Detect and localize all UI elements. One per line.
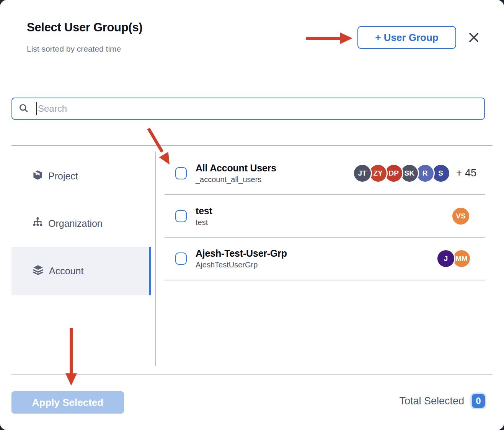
group-row-all-account-users[interactable]: All Account Users _account_all_users JT … xyxy=(165,152,485,195)
org-chart-icon xyxy=(32,217,43,230)
group-row-ajesh-test-user-grp[interactable]: Ajesh-Test-User-Grp AjeshTestUserGrp J M… xyxy=(165,238,485,280)
content-divider xyxy=(11,145,493,146)
sort-hint-text: List sorted by created time xyxy=(27,44,121,54)
group-checkbox[interactable] xyxy=(175,167,187,179)
group-name: Ajesh-Test-User-Grp xyxy=(196,248,287,259)
tab-account[interactable]: Account xyxy=(11,247,151,295)
footer-divider xyxy=(11,374,493,375)
avatar-stack: VS xyxy=(451,207,476,226)
avatar-stack: JT ZY DP SK R S + 45 xyxy=(353,164,476,183)
add-user-group-button[interactable]: + User Group xyxy=(357,26,456,49)
tab-account-label: Account xyxy=(49,265,83,277)
apply-selected-label: Apply Selected xyxy=(32,397,103,409)
total-selected-count-badge: 0 xyxy=(472,394,485,408)
total-selected-label: Total Selected xyxy=(399,395,464,407)
group-id: _account_all_users xyxy=(196,175,276,184)
arrow-to-apply-selected xyxy=(65,328,77,386)
group-text: Ajesh-Test-User-Grp AjeshTestUserGrp xyxy=(196,248,287,269)
cube-icon xyxy=(32,169,43,183)
tab-project-label: Project xyxy=(48,171,78,182)
tab-project[interactable]: Project xyxy=(11,165,151,187)
text-cursor xyxy=(36,102,37,115)
group-name: test xyxy=(196,205,212,217)
close-button[interactable] xyxy=(466,31,481,45)
add-user-group-label: + User Group xyxy=(375,32,438,44)
tab-organization[interactable]: Organization xyxy=(11,212,151,235)
total-selected: Total Selected 0 xyxy=(399,394,485,408)
avatar-stack: J MM xyxy=(436,249,476,268)
avatar: J xyxy=(436,249,455,268)
avatar-overflow-count: + 45 xyxy=(456,167,476,179)
avatar: VS xyxy=(451,207,470,226)
group-id: AjeshTestUserGrp xyxy=(196,261,287,269)
group-row-test[interactable]: test test VS xyxy=(165,195,485,238)
search-field[interactable] xyxy=(11,98,485,120)
group-text: test test xyxy=(196,205,212,227)
user-group-list: All Account Users _account_all_users JT … xyxy=(165,152,485,280)
select-user-group-modal: Select User Group(s) List sorted by crea… xyxy=(0,0,504,430)
tab-organization-label: Organization xyxy=(48,218,103,229)
group-text: All Account Users _account_all_users xyxy=(196,163,276,184)
group-checkbox[interactable] xyxy=(175,210,187,222)
apply-selected-button[interactable]: Apply Selected xyxy=(11,391,124,414)
search-icon xyxy=(18,103,29,115)
arrow-to-add-user-group xyxy=(306,33,352,44)
panel-divider xyxy=(155,151,156,366)
avatar: JT xyxy=(353,164,372,183)
active-tab-indicator xyxy=(149,247,151,295)
search-input[interactable] xyxy=(38,103,484,114)
group-checkbox[interactable] xyxy=(175,252,187,265)
group-name: All Account Users xyxy=(196,163,276,174)
group-id: test xyxy=(196,218,212,227)
layers-icon xyxy=(32,264,44,278)
close-icon xyxy=(468,32,480,44)
page-title: Select User Group(s) xyxy=(27,21,142,34)
